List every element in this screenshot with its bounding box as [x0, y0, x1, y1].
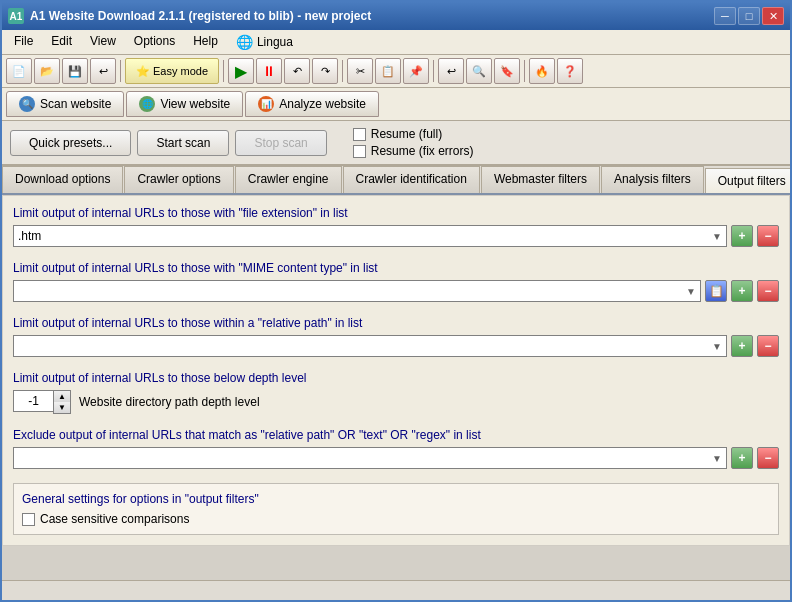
title-bar: A1 A1 Website Download 2.1.1 (registered… — [2, 2, 790, 30]
section3-add-button[interactable]: + — [731, 335, 753, 357]
section-relative-path: Limit output of internal URLs to those w… — [13, 316, 779, 357]
nav-tab-scan[interactable]: 🔍 Scan website — [6, 91, 124, 117]
window-title: A1 Website Download 2.1.1 (registered to… — [30, 9, 371, 23]
paste-button[interactable]: 📌 — [403, 58, 429, 84]
section1-dropdown[interactable]: .htm ▼ — [13, 225, 727, 247]
section3-title: Limit output of internal URLs to those w… — [13, 316, 779, 330]
dropdown-arrow2-icon: ▼ — [686, 286, 696, 297]
stop-scan-button[interactable]: Stop scan — [235, 130, 326, 156]
resume-fix-errors-item: Resume (fix errors) — [353, 144, 474, 158]
toolbar-separator2 — [223, 60, 224, 82]
fire-button[interactable]: 🔥 — [529, 58, 555, 84]
scan-icon: 🔍 — [19, 96, 35, 112]
forward-button[interactable]: ↷ — [312, 58, 338, 84]
resume-fix-errors-checkbox[interactable] — [353, 145, 366, 158]
spinner-buttons: ▲ ▼ — [53, 390, 71, 414]
depth-value[interactable]: -1 — [13, 390, 53, 412]
dropdown-arrow-icon: ▼ — [712, 231, 722, 242]
tab-output-filters[interactable]: Output filters — [705, 168, 790, 195]
view-icon: 🌐 — [139, 96, 155, 112]
content-area: Download options Crawler options Crawler… — [2, 166, 790, 580]
section-exclude: Exclude output of internal URLs that mat… — [13, 428, 779, 469]
app-icon: A1 — [8, 8, 24, 24]
section2-dropdown[interactable]: ▼ — [13, 280, 701, 302]
bookmark-button[interactable]: 🔖 — [494, 58, 520, 84]
case-sensitive-label: Case sensitive comparisons — [40, 512, 189, 526]
tab-download-options[interactable]: Download options — [2, 166, 123, 193]
resume-full-item: Resume (full) — [353, 127, 474, 141]
help-button[interactable]: ❓ — [557, 58, 583, 84]
toolbar-separator3 — [342, 60, 343, 82]
undo2-button[interactable]: ↩ — [438, 58, 464, 84]
section4-title: Limit output of internal URLs to those b… — [13, 371, 779, 385]
section-depth: Limit output of internal URLs to those b… — [13, 371, 779, 414]
save-button[interactable]: 💾 — [62, 58, 88, 84]
case-sensitive-checkbox[interactable] — [22, 513, 35, 526]
section-mime-type: Limit output of internal URLs to those w… — [13, 261, 779, 302]
resume-area: Resume (full) Resume (fix errors) — [353, 127, 474, 158]
general-settings-box: General settings for options in "output … — [13, 483, 779, 535]
dropdown-arrow3-icon: ▼ — [712, 341, 722, 352]
toolbar-separator — [120, 60, 121, 82]
section2-title: Limit output of internal URLs to those w… — [13, 261, 779, 275]
menu-options[interactable]: Options — [126, 32, 183, 52]
quick-presets-button[interactable]: Quick presets... — [10, 130, 131, 156]
resume-full-checkbox[interactable] — [353, 128, 366, 141]
tab-crawler-engine[interactable]: Crawler engine — [235, 166, 342, 193]
section1-remove-button[interactable]: − — [757, 225, 779, 247]
title-bar-controls: ─ □ ✕ — [714, 7, 784, 25]
menu-lingua[interactable]: 🌐 Lingua — [228, 32, 301, 52]
section1-row: .htm ▼ + − — [13, 225, 779, 247]
close-button[interactable]: ✕ — [762, 7, 784, 25]
menu-view[interactable]: View — [82, 32, 124, 52]
tab-crawler-identification[interactable]: Crawler identification — [343, 166, 480, 193]
section2-add-button[interactable]: + — [731, 280, 753, 302]
section2-remove-button[interactable]: − — [757, 280, 779, 302]
section2-row: ▼ 📋 + − — [13, 280, 779, 302]
start-scan-button[interactable]: Start scan — [137, 130, 229, 156]
section5-add-button[interactable]: + — [731, 447, 753, 469]
stop-button[interactable]: ⏸ — [256, 58, 282, 84]
section3-row: ▼ + − — [13, 335, 779, 357]
case-sensitive-item: Case sensitive comparisons — [22, 512, 770, 526]
copy-button[interactable]: 📋 — [375, 58, 401, 84]
resume-full-label: Resume (full) — [371, 127, 442, 141]
tab-row: Download options Crawler options Crawler… — [2, 166, 790, 195]
new-button[interactable]: 📄 — [6, 58, 32, 84]
section5-row: ▼ + − — [13, 447, 779, 469]
menu-help[interactable]: Help — [185, 32, 226, 52]
open-button[interactable]: 📂 — [34, 58, 60, 84]
section5-remove-button[interactable]: − — [757, 447, 779, 469]
back-button[interactable]: ↶ — [284, 58, 310, 84]
lingua-flag: 🌐 — [236, 34, 253, 50]
spinner-up-button[interactable]: ▲ — [54, 391, 70, 402]
section4-row: -1 ▲ ▼ Website directory path depth leve… — [13, 390, 779, 414]
search-button[interactable]: 🔍 — [466, 58, 492, 84]
tab-analysis-filters[interactable]: Analysis filters — [601, 166, 704, 193]
section5-dropdown[interactable]: ▼ — [13, 447, 727, 469]
section-file-extension: Limit output of internal URLs to those w… — [13, 206, 779, 247]
section1-add-button[interactable]: + — [731, 225, 753, 247]
spinner-down-button[interactable]: ▼ — [54, 402, 70, 413]
nav-tab-view[interactable]: 🌐 View website — [126, 91, 243, 117]
general-title: General settings for options in "output … — [22, 492, 770, 506]
section2-browse-button[interactable]: 📋 — [705, 280, 727, 302]
tab-crawler-options[interactable]: Crawler options — [124, 166, 233, 193]
depth-spinner: -1 ▲ ▼ — [13, 390, 71, 414]
dropdown-arrow5-icon: ▼ — [712, 453, 722, 464]
section1-title: Limit output of internal URLs to those w… — [13, 206, 779, 220]
undo-button[interactable]: ↩ — [90, 58, 116, 84]
easy-mode-button[interactable]: ⭐ Easy mode — [125, 58, 219, 84]
play-button[interactable]: ▶ — [228, 58, 254, 84]
tab-webmaster-filters[interactable]: Webmaster filters — [481, 166, 600, 193]
minimize-button[interactable]: ─ — [714, 7, 736, 25]
menu-file[interactable]: File — [6, 32, 41, 52]
menu-edit[interactable]: Edit — [43, 32, 80, 52]
cut-button[interactable]: ✂ — [347, 58, 373, 84]
toolbar: 📄 📂 💾 ↩ ⭐ Easy mode ▶ ⏸ ↶ ↷ ✂ 📋 📌 ↩ 🔍 🔖 … — [2, 55, 790, 88]
section3-dropdown[interactable]: ▼ — [13, 335, 727, 357]
nav-tab-analyze[interactable]: 📊 Analyze website — [245, 91, 379, 117]
maximize-button[interactable]: □ — [738, 7, 760, 25]
main-window: A1 A1 Website Download 2.1.1 (registered… — [0, 0, 792, 602]
section3-remove-button[interactable]: − — [757, 335, 779, 357]
